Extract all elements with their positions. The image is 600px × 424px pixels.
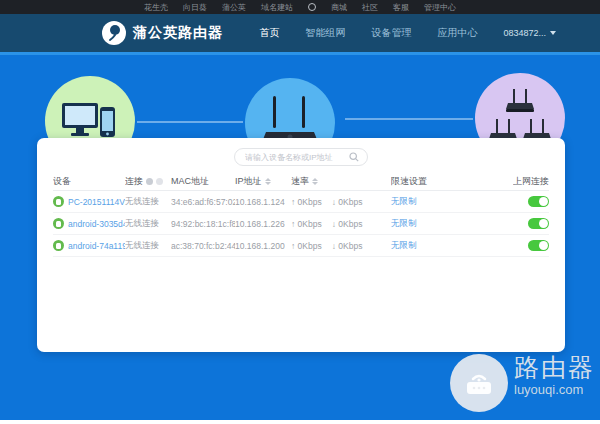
limit-cell: 无限制 (391, 196, 511, 208)
speed-cell: ↑ 0Kbps ↓ 0Kbps (291, 197, 391, 207)
device-status-icon (53, 240, 64, 251)
devices-icon (62, 101, 118, 141)
search-icon[interactable] (349, 152, 359, 162)
device-table: 设备 连接 MAC地址 IP地址 速率 限速设置 上网连接 (53, 172, 549, 257)
col-header-online: 上网连接 (513, 175, 549, 188)
topbar-link-xiangrikui[interactable]: 向日葵 (183, 2, 207, 13)
topbar-link-huashengke[interactable]: 花生壳 (144, 2, 168, 13)
mac-cell: ac:38:70:fc:b2:44 (171, 241, 235, 251)
router-admin-page: 花生壳 向日葵 蒲公英 域名建站 商城 社区 客服 管理中心 蒲公英路由器 首页… (0, 0, 600, 424)
topology-connector-left (137, 121, 243, 123)
ip-cell: 10.168.1.200 (235, 241, 291, 251)
topbar-link-shangcheng[interactable]: 商城 (331, 2, 347, 13)
device-name-link[interactable]: android-3035d4d8... (68, 219, 125, 229)
upload-speed: ↑ 0Kbps (291, 197, 322, 207)
wired-filter-icon[interactable] (146, 178, 153, 185)
table-row: PC-20151114VWD... 无线连接 34:e6:ad:f6:57:02… (53, 191, 549, 213)
topbar-link-kefu[interactable]: 客服 (393, 2, 409, 13)
topbar-link-yumingjianzhan[interactable]: 域名建站 (261, 2, 293, 13)
table-row: android-3035d4d8... 无线连接 94:92:bc:18:1c:… (53, 213, 549, 235)
sort-speed-icon[interactable] (312, 178, 318, 185)
connection-cell: 无线连接 (125, 218, 171, 230)
topology-connector-right (345, 118, 473, 120)
device-cell: android-3035d4d8... (53, 218, 125, 229)
main-navbar: 蒲公英路由器 首页 智能组网 设备管理 应用中心 0834872... (0, 14, 600, 52)
online-cell (528, 196, 549, 207)
account-id: 0834872... (503, 28, 546, 38)
col-header-device: 设备 (53, 175, 125, 188)
topbar-link-guanlizhongxin[interactable]: 管理中心 (424, 2, 456, 13)
mac-cell: 94:92:bc:18:1c:f8 (171, 219, 235, 229)
nav-item-home[interactable]: 首页 (259, 26, 279, 40)
online-cell (528, 218, 549, 229)
nav-item-smart-network[interactable]: 智能组网 (305, 26, 345, 40)
device-name-link[interactable]: android-74a1195a... (68, 241, 125, 251)
device-status-icon (53, 196, 64, 207)
table-row: android-74a1195a... 无线连接 ac:38:70:fc:b2:… (53, 235, 549, 257)
nav-item-app-center[interactable]: 应用中心 (437, 26, 477, 40)
sort-ip-icon[interactable] (265, 178, 271, 185)
dandelion-logo-icon (102, 21, 126, 45)
internet-access-toggle[interactable] (528, 218, 549, 229)
limit-cell: 无限制 (391, 218, 511, 230)
col-header-connection: 连接 (125, 175, 171, 188)
topbar-link-shequ[interactable]: 社区 (362, 2, 378, 13)
col-header-limit: 限速设置 (391, 175, 511, 188)
col-header-speed: 速率 (291, 175, 391, 188)
download-speed: ↓ 0Kbps (332, 219, 363, 229)
limit-link[interactable]: 无限制 (391, 240, 417, 252)
nav-item-device-mgmt[interactable]: 设备管理 (371, 26, 411, 40)
ip-cell: 10.168.1.124 (235, 197, 291, 207)
account-menu[interactable]: 0834872... (503, 28, 556, 38)
speed-cell: ↑ 0Kbps ↓ 0Kbps (291, 241, 391, 251)
limit-link[interactable]: 无限制 (391, 196, 417, 208)
chevron-down-icon (550, 31, 556, 35)
download-speed: ↓ 0Kbps (332, 241, 363, 251)
device-search-box (234, 148, 368, 166)
device-search-input[interactable] (245, 153, 349, 162)
limit-link[interactable]: 无限制 (391, 218, 417, 230)
brand: 蒲公英路由器 (102, 21, 223, 45)
device-list-card: 设备 连接 MAC地址 IP地址 速率 限速设置 上网连接 (37, 138, 565, 352)
table-header-row: 设备 连接 MAC地址 IP地址 速率 限速设置 上网连接 (53, 172, 549, 191)
wireless-filter-icon[interactable] (156, 178, 163, 185)
download-speed: ↓ 0Kbps (332, 197, 363, 207)
brand-name: 蒲公英路由器 (133, 24, 223, 42)
ip-cell: 10.168.1.226 (235, 219, 291, 229)
connection-cell: 无线连接 (125, 240, 171, 252)
nav-items: 首页 智能组网 设备管理 应用中心 0834872... (259, 26, 556, 40)
internet-access-toggle[interactable] (528, 196, 549, 207)
oray-logo-icon (308, 3, 316, 11)
upload-speed: ↑ 0Kbps (291, 241, 322, 251)
col-header-mac: MAC地址 (171, 175, 235, 188)
device-name-link[interactable]: PC-20151114VWD... (68, 197, 125, 207)
col-header-ip: IP地址 (235, 175, 291, 188)
connection-cell: 无线连接 (125, 196, 171, 208)
internet-access-toggle[interactable] (528, 240, 549, 251)
upload-speed: ↑ 0Kbps (291, 219, 322, 229)
speed-cell: ↑ 0Kbps ↓ 0Kbps (291, 219, 391, 229)
mac-cell: 34:e6:ad:f6:57:02 (171, 197, 235, 207)
utility-topbar: 花生壳 向日葵 蒲公英 域名建站 商城 社区 客服 管理中心 (0, 0, 600, 14)
device-cell: PC-20151114VWD... (53, 196, 125, 207)
device-cell: android-74a1195a... (53, 240, 125, 251)
limit-cell: 无限制 (391, 240, 511, 252)
device-status-icon (53, 218, 64, 229)
topbar-link-pugongying[interactable]: 蒲公英 (222, 2, 246, 13)
online-cell (528, 240, 549, 251)
